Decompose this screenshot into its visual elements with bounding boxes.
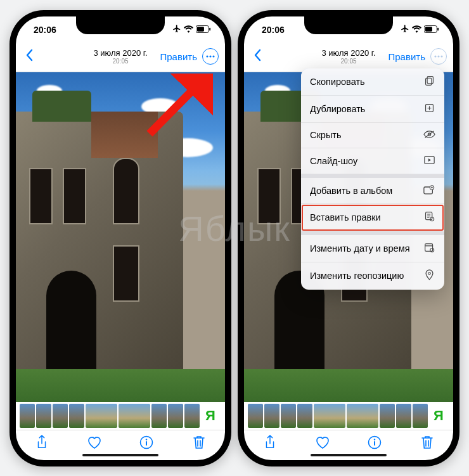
svg-point-7: [146, 439, 147, 440]
home-indicator[interactable]: [82, 454, 158, 456]
hide-icon: [423, 130, 435, 141]
svg-point-13: [434, 55, 436, 57]
thumbnail[interactable]: [184, 404, 200, 428]
battery-icon: [196, 25, 211, 35]
svg-rect-11: [425, 27, 432, 31]
info-button[interactable]: [364, 435, 385, 452]
thumbnail-logo[interactable]: Я: [201, 404, 220, 428]
menu-add-to-album[interactable]: Добавить в альбом: [301, 178, 444, 204]
thumbnail[interactable]: [53, 404, 68, 428]
thumbnail[interactable]: [396, 404, 411, 428]
paste-edits-icon: [423, 211, 435, 224]
menu-paste-edits[interactable]: Вставить правки: [301, 204, 444, 231]
play-icon: [423, 155, 435, 167]
thumbnail[interactable]: [168, 404, 183, 428]
svg-rect-1: [197, 27, 204, 31]
thumbnail[interactable]: [413, 404, 428, 428]
status-time: 20:06: [34, 25, 56, 35]
back-button[interactable]: [249, 46, 266, 67]
menu-label: Дублировать: [310, 104, 365, 114]
svg-rect-31: [374, 441, 375, 446]
home-indicator[interactable]: [311, 454, 387, 456]
info-button[interactable]: [136, 435, 157, 452]
svg-point-3: [206, 55, 208, 57]
menu-label: Добавить в альбом: [310, 186, 392, 196]
menu-adjust-datetime[interactable]: Изменить дату и время: [301, 235, 444, 262]
airplane-icon: [401, 24, 409, 35]
notch: [304, 16, 393, 34]
svg-point-15: [440, 55, 442, 57]
duplicate-icon: [423, 103, 435, 115]
screen: 20:06 3 июля 2020 г. 20:05: [244, 16, 453, 460]
phone-right: 20:06 3 июля 2020 г. 20:05: [238, 10, 459, 466]
svg-point-28: [428, 272, 430, 274]
thumbnail[interactable]: [380, 404, 395, 428]
thumbnail[interactable]: [36, 404, 51, 428]
menu-label: Слайд-шоу: [310, 156, 357, 166]
menu-label: Скрыть: [310, 130, 342, 140]
svg-point-5: [212, 55, 214, 57]
menu-adjust-location[interactable]: Изменить геопозицию: [301, 262, 444, 290]
thumbnail[interactable]: [86, 404, 117, 428]
airplane-icon: [172, 24, 181, 35]
phone-left: 20:06 3 июля 2020 г. 20:05: [10, 10, 231, 466]
wifi-icon: [184, 25, 193, 35]
svg-rect-16: [427, 76, 433, 83]
nav-bar: 3 июля 2020 г. 20:05 Править: [16, 43, 225, 72]
status-time: 20:06: [262, 25, 285, 35]
share-button[interactable]: [32, 435, 52, 453]
location-icon: [423, 269, 435, 283]
notch: [76, 16, 165, 34]
thumbnail-strip[interactable]: Я: [244, 402, 453, 430]
menu-copy[interactable]: Скопировать: [301, 68, 444, 96]
svg-rect-26: [425, 243, 432, 251]
thumbnail[interactable]: [314, 404, 345, 428]
menu-slideshow[interactable]: Слайд-шоу: [301, 148, 444, 174]
svg-rect-17: [425, 78, 431, 85]
favorite-button[interactable]: [312, 435, 333, 452]
thumbnail[interactable]: [248, 404, 263, 428]
thumbnail[interactable]: [20, 404, 35, 428]
calendar-icon: [423, 242, 435, 255]
album-icon: [423, 185, 435, 196]
share-button[interactable]: [260, 435, 280, 453]
svg-point-30: [374, 439, 375, 440]
edit-button[interactable]: Править: [389, 51, 426, 62]
svg-rect-8: [146, 441, 147, 446]
battery-icon: [424, 25, 439, 35]
edit-button[interactable]: Править: [160, 51, 198, 62]
thumbnail[interactable]: [69, 404, 84, 428]
wifi-icon: [412, 25, 421, 35]
svg-rect-2: [209, 27, 210, 30]
photo-content: [16, 72, 225, 402]
thumbnail[interactable]: [281, 404, 296, 428]
thumbnail[interactable]: [151, 404, 167, 428]
context-menu: Скопировать Дублировать Скрыть Слайд-шоу: [301, 68, 444, 290]
thumbnail[interactable]: [297, 404, 312, 428]
svg-rect-12: [437, 27, 439, 30]
delete-button[interactable]: [417, 435, 437, 453]
screen: 20:06 3 июля 2020 г. 20:05: [16, 16, 225, 460]
more-button[interactable]: [430, 48, 447, 65]
more-button[interactable]: [202, 48, 219, 65]
thumbnail[interactable]: [347, 404, 378, 428]
thumbnail[interactable]: [264, 404, 279, 428]
thumbnail[interactable]: [119, 404, 150, 428]
menu-label: Скопировать: [310, 77, 365, 87]
svg-point-14: [437, 55, 439, 57]
menu-hide[interactable]: Скрыть: [301, 123, 444, 148]
menu-label: Вставить правки: [310, 212, 381, 222]
copy-icon: [423, 75, 435, 88]
photo-viewer[interactable]: [16, 72, 225, 402]
delete-button[interactable]: [189, 435, 209, 453]
menu-label: Изменить дату и время: [310, 243, 410, 254]
menu-label: Изменить геопозицию: [310, 271, 404, 281]
status-icons: [401, 24, 439, 35]
svg-point-4: [209, 55, 211, 57]
thumbnail-strip[interactable]: Я: [16, 402, 225, 430]
menu-duplicate[interactable]: Дублировать: [301, 96, 444, 123]
back-button[interactable]: [21, 46, 37, 67]
favorite-button[interactable]: [84, 435, 105, 452]
thumbnail-logo[interactable]: Я: [429, 404, 448, 428]
status-icons: [172, 24, 211, 35]
